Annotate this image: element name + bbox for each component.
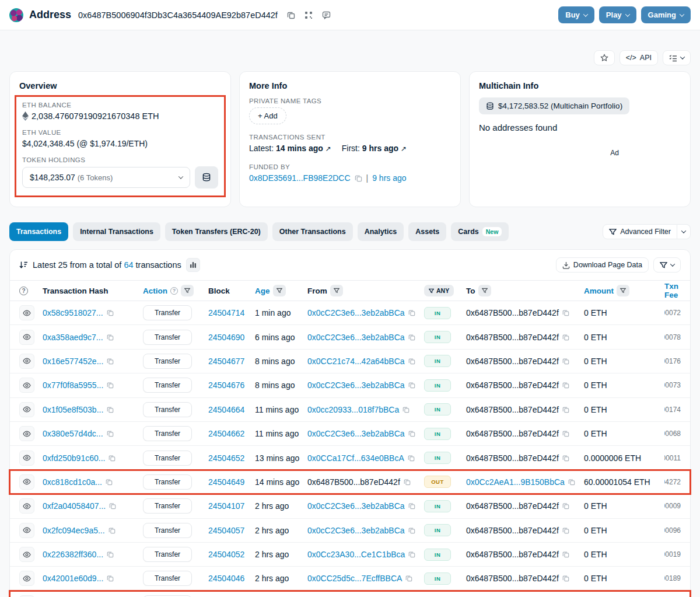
comment-icon[interactable] xyxy=(322,11,331,19)
external-link-icon[interactable]: ↗ xyxy=(401,145,407,153)
tx-hash-link[interactable]: 0xc818cd1c0a... xyxy=(43,477,102,487)
tx-hash-link[interactable]: 0x77f0f8a5955... xyxy=(43,380,103,390)
copy-icon[interactable] xyxy=(109,502,116,509)
buy-button[interactable]: Buy xyxy=(558,6,594,23)
copy-icon[interactable] xyxy=(562,334,569,341)
tab-token-transfers-erc-20-[interactable]: Token Transfers (ERC-20) xyxy=(165,222,268,241)
download-page-data-button[interactable]: Download Page Data xyxy=(556,257,649,273)
copy-icon[interactable] xyxy=(408,334,415,341)
external-link-icon[interactable]: ↗ xyxy=(326,145,331,153)
action-transfer-button[interactable]: Transfer xyxy=(143,523,192,538)
copy-icon[interactable] xyxy=(107,334,114,341)
copy-icon[interactable] xyxy=(405,575,412,582)
tx-hash-link[interactable]: 0x16e577452e... xyxy=(43,357,103,366)
action-transfer-button[interactable]: Transfer xyxy=(143,305,192,320)
gaming-button[interactable]: Gaming xyxy=(641,6,691,23)
advanced-filter-button[interactable]: Advanced Filter xyxy=(603,224,677,239)
copy-icon[interactable] xyxy=(562,575,569,582)
preview-eye-button[interactable] xyxy=(19,354,34,369)
block-link[interactable]: 24504649 xyxy=(208,477,244,487)
block-link[interactable]: 24504652 xyxy=(208,453,244,463)
from-address[interactable]: 0x0cC2C3e6...3eb2abBCa xyxy=(307,501,405,511)
copy-icon[interactable] xyxy=(562,455,569,462)
from-address[interactable]: 0x0CC21c74...42a64bBCa xyxy=(307,357,405,366)
preview-eye-button[interactable] xyxy=(19,474,34,490)
action-transfer-button[interactable]: Transfer xyxy=(143,330,192,345)
amount-filter-button[interactable] xyxy=(617,285,629,296)
block-link[interactable]: 24504046 xyxy=(208,574,244,583)
action-transfer-button[interactable]: Transfer xyxy=(143,498,192,514)
help-question-icon[interactable]: ? xyxy=(19,287,28,295)
tab-cards[interactable]: CardsNew xyxy=(451,222,509,241)
tab-analytics[interactable]: Analytics xyxy=(358,222,404,241)
favorite-star-button[interactable] xyxy=(594,50,615,65)
action-transfer-button[interactable]: Transfer xyxy=(143,474,192,490)
block-link[interactable]: 24504690 xyxy=(208,333,244,342)
copy-icon[interactable] xyxy=(107,430,114,437)
preview-eye-button[interactable] xyxy=(19,402,34,417)
total-transactions-link[interactable]: 64 xyxy=(124,260,133,270)
to-filter-button[interactable] xyxy=(478,285,491,296)
direction-any-filter[interactable]: ANY xyxy=(424,285,454,296)
tx-hash-link[interactable]: 0x226382ff360... xyxy=(43,550,103,559)
from-address[interactable]: 0x0CCa17Cf...634e0BBcA xyxy=(307,453,404,463)
add-name-tag-button[interactable]: + Add xyxy=(249,107,286,124)
preview-eye-button[interactable] xyxy=(19,498,34,514)
block-link[interactable]: 24504052 xyxy=(208,550,244,559)
copy-icon[interactable] xyxy=(408,309,415,316)
token-holdings-dropdown[interactable]: $148,235.07 (6 Tokens) xyxy=(22,167,190,188)
action-transfer-button[interactable]: Transfer xyxy=(143,426,192,441)
preview-eye-button[interactable] xyxy=(19,571,34,586)
from-address[interactable]: 0x0cC2C3e6...3eb2abBCa xyxy=(307,526,405,535)
copy-icon[interactable] xyxy=(562,382,569,389)
tx-hash-link[interactable]: 0x2fc094ec9a5... xyxy=(43,526,105,535)
block-link[interactable]: 24504107 xyxy=(208,501,244,511)
copy-icon[interactable] xyxy=(562,358,569,365)
copy-icon[interactable] xyxy=(108,527,116,534)
copy-icon[interactable] xyxy=(562,502,569,509)
copy-icon[interactable] xyxy=(408,430,415,437)
multichain-portfolio-button[interactable]: $4,172,583.52 (Multichain Portfolio) xyxy=(479,97,629,114)
tx-hash-link[interactable]: 0x380e57d4dc... xyxy=(43,429,103,438)
token-wallet-button[interactable] xyxy=(195,166,218,188)
copy-icon[interactable] xyxy=(562,309,569,316)
table-filter-button[interactable] xyxy=(653,257,681,273)
play-button[interactable]: Play xyxy=(599,6,636,23)
block-link[interactable]: 24504664 xyxy=(208,405,244,414)
action-filter-button[interactable] xyxy=(181,285,194,296)
preview-eye-button[interactable] xyxy=(19,378,34,393)
copy-icon[interactable] xyxy=(562,551,569,558)
from-address[interactable]: 0x0Cc23A30...Ce1C1bBca xyxy=(307,550,405,559)
qr-code-icon[interactable] xyxy=(304,11,313,19)
copy-icon[interactable] xyxy=(408,527,415,534)
action-transfer-button[interactable]: Transfer xyxy=(143,354,192,369)
tx-hash-link[interactable]: 0x42001e60d9... xyxy=(43,574,103,583)
copy-icon[interactable] xyxy=(107,309,114,316)
from-address[interactable]: 0x0CC25d5c...7EcffBBCA xyxy=(307,574,402,583)
copy-icon[interactable] xyxy=(408,382,415,389)
from-address[interactable]: 0x0cC2C3e6...3eb2abBCa xyxy=(307,308,405,317)
action-transfer-button[interactable]: Transfer xyxy=(143,378,192,393)
tx-hash-link[interactable]: 0x1f05e8f503b... xyxy=(43,405,103,414)
action-transfer-button[interactable]: Transfer xyxy=(143,571,192,586)
api-button[interactable]: </> API xyxy=(620,50,658,65)
from-address[interactable]: 0x0cC2C3e6...3eb2abBCa xyxy=(307,380,405,390)
tx-hash-link[interactable]: 0x58c9518027... xyxy=(43,308,103,317)
from-filter-button[interactable] xyxy=(330,285,343,296)
advanced-filter-dropdown-button[interactable] xyxy=(677,224,691,239)
copy-icon[interactable] xyxy=(408,551,415,558)
preview-eye-button[interactable] xyxy=(19,305,34,320)
copy-icon[interactable] xyxy=(402,406,410,413)
tx-hash-link[interactable]: 0xfd250b91c60... xyxy=(43,453,105,463)
block-link[interactable]: 24504662 xyxy=(208,429,244,438)
copy-icon[interactable] xyxy=(562,406,569,413)
age-filter-button[interactable] xyxy=(273,285,286,296)
copy-icon[interactable] xyxy=(562,430,569,437)
tab-transactions[interactable]: Transactions xyxy=(9,222,68,241)
copy-icon[interactable] xyxy=(355,174,362,182)
col-txn-fee-link[interactable]: Txn Fee xyxy=(664,282,681,299)
tx-hash-link[interactable]: 0xa358aed9c7... xyxy=(43,333,103,342)
copy-icon[interactable] xyxy=(107,575,114,582)
copy-icon[interactable] xyxy=(408,502,415,509)
copy-icon[interactable] xyxy=(568,479,575,486)
